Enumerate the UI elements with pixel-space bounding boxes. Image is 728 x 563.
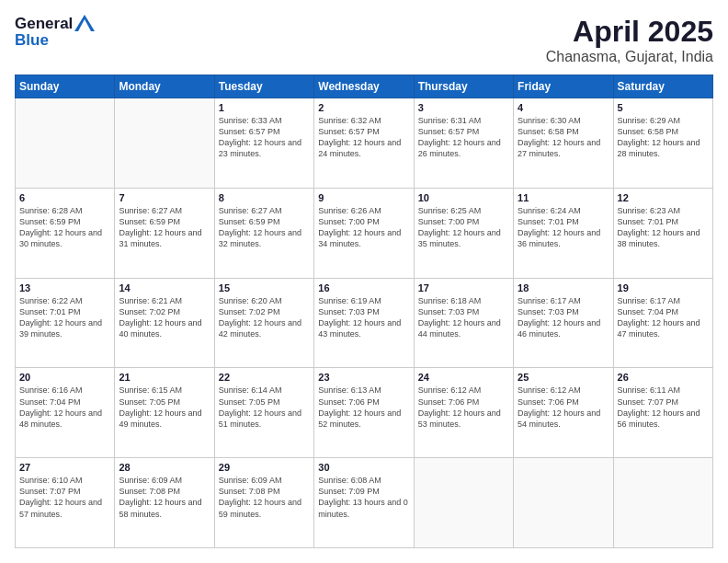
day-number: 15 — [219, 282, 310, 293]
day-number: 28 — [119, 462, 210, 473]
day-number: 29 — [219, 462, 310, 473]
calendar-cell: 8Sunrise: 6:27 AM Sunset: 6:59 PM Daylig… — [214, 188, 313, 278]
calendar-cell: 20Sunrise: 6:16 AM Sunset: 7:04 PM Dayli… — [16, 368, 115, 458]
header: General Blue April 2025 Chanasma, Gujara… — [15, 15, 713, 65]
calendar-week-row: 1Sunrise: 6:33 AM Sunset: 6:57 PM Daylig… — [16, 98, 713, 189]
calendar-cell: 16Sunrise: 6:19 AM Sunset: 7:03 PM Dayli… — [314, 278, 414, 368]
day-number: 16 — [318, 282, 409, 293]
calendar-cell — [414, 458, 513, 548]
calendar-body: 1Sunrise: 6:33 AM Sunset: 6:57 PM Daylig… — [16, 98, 713, 548]
day-info: Sunrise: 6:32 AM Sunset: 6:57 PM Dayligh… — [318, 115, 409, 160]
calendar-cell: 22Sunrise: 6:14 AM Sunset: 7:05 PM Dayli… — [214, 368, 313, 458]
calendar-cell: 14Sunrise: 6:21 AM Sunset: 7:02 PM Dayli… — [115, 278, 214, 368]
day-info: Sunrise: 6:22 AM Sunset: 7:01 PM Dayligh… — [19, 295, 110, 340]
calendar-cell: 2Sunrise: 6:32 AM Sunset: 6:57 PM Daylig… — [314, 98, 414, 189]
day-info: Sunrise: 6:09 AM Sunset: 7:08 PM Dayligh… — [119, 475, 210, 520]
day-number: 30 — [318, 462, 409, 473]
day-info: Sunrise: 6:18 AM Sunset: 7:03 PM Dayligh… — [418, 295, 509, 340]
day-info: Sunrise: 6:11 AM Sunset: 7:07 PM Dayligh… — [618, 385, 709, 430]
calendar-cell — [16, 98, 115, 189]
day-number: 23 — [318, 372, 409, 383]
calendar-week-row: 6Sunrise: 6:28 AM Sunset: 6:59 PM Daylig… — [16, 188, 713, 278]
calendar-day-header: Wednesday — [314, 75, 414, 98]
calendar-cell: 10Sunrise: 6:25 AM Sunset: 7:00 PM Dayli… — [414, 188, 513, 278]
calendar-cell — [613, 458, 712, 548]
page-title: April 2025 — [546, 15, 713, 49]
day-info: Sunrise: 6:15 AM Sunset: 7:05 PM Dayligh… — [119, 385, 210, 430]
calendar-day-header: Sunday — [16, 75, 115, 98]
calendar-cell: 18Sunrise: 6:17 AM Sunset: 7:03 PM Dayli… — [514, 278, 613, 368]
day-number: 8 — [219, 192, 310, 203]
calendar-day-header: Tuesday — [214, 75, 313, 98]
day-info: Sunrise: 6:25 AM Sunset: 7:00 PM Dayligh… — [418, 205, 509, 250]
day-number: 1 — [219, 102, 310, 113]
calendar-cell: 4Sunrise: 6:30 AM Sunset: 6:58 PM Daylig… — [514, 98, 613, 189]
day-info: Sunrise: 6:12 AM Sunset: 7:06 PM Dayligh… — [518, 385, 609, 430]
calendar-cell: 30Sunrise: 6:08 AM Sunset: 7:09 PM Dayli… — [314, 458, 414, 548]
day-number: 22 — [219, 372, 310, 383]
day-info: Sunrise: 6:12 AM Sunset: 7:06 PM Dayligh… — [418, 385, 509, 430]
calendar-week-row: 20Sunrise: 6:16 AM Sunset: 7:04 PM Dayli… — [16, 368, 713, 458]
day-info: Sunrise: 6:23 AM Sunset: 7:01 PM Dayligh… — [618, 205, 709, 250]
day-info: Sunrise: 6:30 AM Sunset: 6:58 PM Dayligh… — [518, 115, 609, 160]
calendar-cell: 25Sunrise: 6:12 AM Sunset: 7:06 PM Dayli… — [514, 368, 613, 458]
calendar-week-row: 27Sunrise: 6:10 AM Sunset: 7:07 PM Dayli… — [16, 458, 713, 548]
calendar-cell: 17Sunrise: 6:18 AM Sunset: 7:03 PM Dayli… — [414, 278, 513, 368]
day-number: 6 — [19, 192, 110, 203]
day-info: Sunrise: 6:08 AM Sunset: 7:09 PM Dayligh… — [318, 475, 409, 520]
calendar-cell: 26Sunrise: 6:11 AM Sunset: 7:07 PM Dayli… — [613, 368, 712, 458]
day-number: 20 — [19, 372, 110, 383]
calendar-cell: 7Sunrise: 6:27 AM Sunset: 6:59 PM Daylig… — [115, 188, 214, 278]
day-info: Sunrise: 6:21 AM Sunset: 7:02 PM Dayligh… — [119, 295, 210, 340]
day-number: 10 — [418, 192, 509, 203]
day-info: Sunrise: 6:17 AM Sunset: 7:04 PM Dayligh… — [618, 295, 709, 340]
calendar-cell: 9Sunrise: 6:26 AM Sunset: 7:00 PM Daylig… — [314, 188, 414, 278]
calendar-cell: 19Sunrise: 6:17 AM Sunset: 7:04 PM Dayli… — [613, 278, 712, 368]
day-info: Sunrise: 6:16 AM Sunset: 7:04 PM Dayligh… — [19, 385, 110, 430]
calendar-cell: 15Sunrise: 6:20 AM Sunset: 7:02 PM Dayli… — [214, 278, 313, 368]
day-number: 14 — [119, 282, 210, 293]
day-info: Sunrise: 6:27 AM Sunset: 6:59 PM Dayligh… — [219, 205, 310, 250]
calendar-day-header: Saturday — [613, 75, 712, 98]
day-info: Sunrise: 6:19 AM Sunset: 7:03 PM Dayligh… — [318, 295, 409, 340]
logo-blue-text: Blue — [15, 31, 95, 50]
calendar-cell — [115, 98, 214, 189]
day-info: Sunrise: 6:29 AM Sunset: 6:58 PM Dayligh… — [618, 115, 709, 160]
calendar-cell: 3Sunrise: 6:31 AM Sunset: 6:57 PM Daylig… — [414, 98, 513, 189]
day-number: 9 — [318, 192, 409, 203]
calendar-cell: 23Sunrise: 6:13 AM Sunset: 7:06 PM Dayli… — [314, 368, 414, 458]
calendar-cell: 1Sunrise: 6:33 AM Sunset: 6:57 PM Daylig… — [214, 98, 313, 189]
day-number: 27 — [19, 462, 110, 473]
logo-icon — [74, 15, 95, 31]
calendar-cell: 24Sunrise: 6:12 AM Sunset: 7:06 PM Dayli… — [414, 368, 513, 458]
day-number: 2 — [318, 102, 409, 113]
calendar-day-header: Thursday — [414, 75, 513, 98]
day-info: Sunrise: 6:13 AM Sunset: 7:06 PM Dayligh… — [318, 385, 409, 430]
day-number: 12 — [618, 192, 709, 203]
calendar-cell: 12Sunrise: 6:23 AM Sunset: 7:01 PM Dayli… — [613, 188, 712, 278]
calendar-header-row: SundayMondayTuesdayWednesdayThursdayFrid… — [16, 75, 713, 98]
day-number: 17 — [418, 282, 509, 293]
calendar-cell: 21Sunrise: 6:15 AM Sunset: 7:05 PM Dayli… — [115, 368, 214, 458]
calendar-week-row: 13Sunrise: 6:22 AM Sunset: 7:01 PM Dayli… — [16, 278, 713, 368]
day-number: 19 — [618, 282, 709, 293]
day-info: Sunrise: 6:31 AM Sunset: 6:57 PM Dayligh… — [418, 115, 509, 160]
calendar-cell: 11Sunrise: 6:24 AM Sunset: 7:01 PM Dayli… — [514, 188, 613, 278]
calendar-cell: 27Sunrise: 6:10 AM Sunset: 7:07 PM Dayli… — [16, 458, 115, 548]
day-number: 3 — [418, 102, 509, 113]
calendar-day-header: Monday — [115, 75, 214, 98]
day-info: Sunrise: 6:26 AM Sunset: 7:00 PM Dayligh… — [318, 205, 409, 250]
day-info: Sunrise: 6:24 AM Sunset: 7:01 PM Dayligh… — [518, 205, 609, 250]
day-number: 24 — [418, 372, 509, 383]
day-info: Sunrise: 6:33 AM Sunset: 6:57 PM Dayligh… — [219, 115, 310, 160]
day-number: 7 — [119, 192, 210, 203]
calendar-cell: 29Sunrise: 6:09 AM Sunset: 7:08 PM Dayli… — [214, 458, 313, 548]
day-info: Sunrise: 6:20 AM Sunset: 7:02 PM Dayligh… — [219, 295, 310, 340]
day-number: 11 — [518, 192, 609, 203]
page-subtitle: Chanasma, Gujarat, India — [546, 49, 713, 65]
calendar-cell: 28Sunrise: 6:09 AM Sunset: 7:08 PM Dayli… — [115, 458, 214, 548]
calendar-cell — [514, 458, 613, 548]
day-info: Sunrise: 6:14 AM Sunset: 7:05 PM Dayligh… — [219, 385, 310, 430]
day-number: 18 — [518, 282, 609, 293]
calendar-table: SundayMondayTuesdayWednesdayThursdayFrid… — [15, 75, 713, 548]
